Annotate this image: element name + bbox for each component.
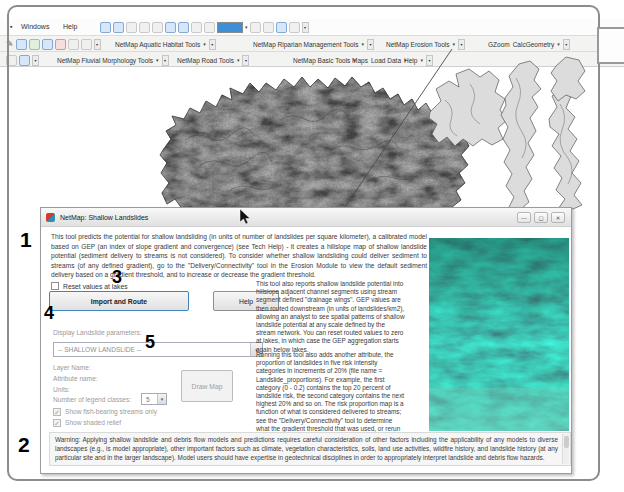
dropdown-arrow-icon[interactable]: ▾ [157, 394, 166, 404]
shaded-relief-checkbox-row[interactable]: ✓Show shaded relief [53, 419, 121, 427]
cropped-callout-box [597, 27, 624, 64]
draw-map-button[interactable]: Draw Map [181, 370, 233, 402]
right-column-paragraph-1: This tool also reports shallow landslide… [256, 280, 406, 354]
window-controls: — ▢ ✕ [517, 212, 565, 223]
legend-classes-label: Number of legend classes: [53, 396, 131, 403]
display-parameters-label: Display Landslide parameters: [53, 329, 142, 336]
minimize-button[interactable]: — [517, 212, 531, 223]
maximize-button[interactable]: ▢ [534, 212, 548, 223]
dialog-intro-text: This tool predicts the potential for sha… [51, 232, 427, 280]
dialog-title: NetMap: Shallow Landslides [60, 214, 148, 221]
annotation-number-5: 5 [145, 333, 155, 351]
close-button[interactable]: ✕ [551, 212, 565, 223]
screenshot-root: ▪ Windows Help ▾ ▾ ✎ [0, 0, 624, 492]
layer-name-label: Layer Name: [53, 364, 91, 371]
units-label: Units: [53, 386, 70, 393]
shaded-relief-checkbox[interactable]: ✓ [53, 419, 61, 427]
annotation-number-1: 1 [20, 229, 32, 250]
landslide-parameter-dropdown[interactable]: -- SHALLOW LANDSLIDE -- ▾ [53, 342, 263, 357]
annotation-number-2: 2 [18, 434, 30, 455]
warning-text-box[interactable]: Warning: Applying shallow landslide and … [49, 432, 571, 466]
annotation-number-4: 4 [44, 304, 54, 322]
forest-photo [429, 238, 569, 431]
shaded-relief-label: Show shaded relief [65, 419, 121, 426]
fish-streams-checkbox-row[interactable]: ✓Show fish-bearing streams only [53, 408, 157, 416]
warning-scrollbar[interactable] [562, 434, 569, 464]
attribute-name-label: Attribute name: [53, 375, 98, 382]
legend-classes-value: 5 [146, 396, 150, 403]
netmap-shallow-landslides-dialog: NetMap: Shallow Landslides — ▢ ✕ This to… [40, 207, 572, 474]
watershed-hillshade [160, 77, 470, 214]
fish-streams-label: Show fish-bearing streams only [65, 408, 157, 415]
warning-text: Warning: Applying shallow landslide and … [55, 436, 558, 461]
annotation-number-3: 3 [112, 268, 122, 286]
legend-classes-combo[interactable]: 5 ▾ [141, 393, 167, 405]
reset-values-checkbox[interactable] [51, 282, 59, 290]
dialog-title-bar[interactable]: NetMap: Shallow Landslides — ▢ ✕ [41, 208, 571, 227]
import-and-route-button[interactable]: Import and Route [49, 291, 189, 311]
netmap-app-icon [46, 213, 55, 222]
dropdown-selected-value: -- SHALLOW LANDSLIDE -- [58, 346, 141, 353]
fish-streams-checkbox[interactable]: ✓ [53, 408, 61, 416]
scrollbar-thumb[interactable] [564, 436, 569, 448]
